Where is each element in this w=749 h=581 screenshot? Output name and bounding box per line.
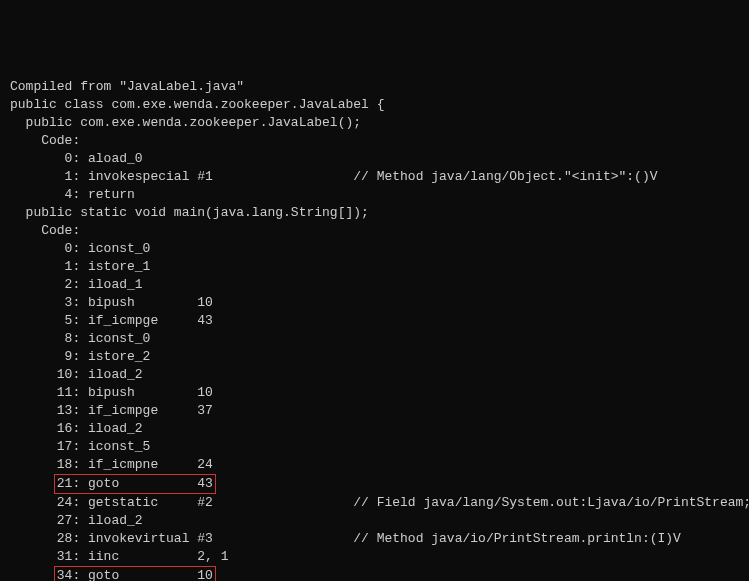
method-declaration: public static void main(java.lang.String… (10, 204, 739, 222)
instruction-line: 27: iload_2 (10, 512, 739, 530)
instruction-line: 11: bipush 10 (10, 384, 739, 402)
instruction-line: 1: istore_1 (10, 258, 739, 276)
instruction-line: 24: getstatic #2 // Field java/lang/Syst… (10, 494, 739, 512)
instruction-line: 3: bipush 10 (10, 294, 739, 312)
instruction-line: 8: iconst_0 (10, 330, 739, 348)
constructor-declaration: public com.exe.wenda.zookeeper.JavaLabel… (10, 114, 739, 132)
compiled-from: Compiled from "JavaLabel.java" (10, 78, 739, 96)
instruction-line: 2: iload_1 (10, 276, 739, 294)
bytecode-output: Compiled from "JavaLabel.java"public cla… (10, 78, 739, 581)
instruction-line: 9: istore_2 (10, 348, 739, 366)
instruction-line: 28: invokevirtual #3 // Method java/io/P… (10, 530, 739, 548)
highlighted-instruction: 34: goto 10 (54, 566, 216, 581)
instruction-line: 18: if_icmpne 24 (10, 456, 739, 474)
highlighted-instruction: 21: goto 43 (54, 474, 216, 494)
instruction-line: 16: iload_2 (10, 420, 739, 438)
class-declaration: public class com.exe.wenda.zookeeper.Jav… (10, 96, 739, 114)
instruction-line: 21: goto 43 (10, 474, 739, 494)
instruction-line: 10: iload_2 (10, 366, 739, 384)
instruction-line: 17: iconst_5 (10, 438, 739, 456)
instruction-line: 34: goto 10 (10, 566, 739, 581)
code-label: Code: (10, 132, 739, 150)
instruction-line: 0: aload_0 (10, 150, 739, 168)
instruction-line: 0: iconst_0 (10, 240, 739, 258)
code-label: Code: (10, 222, 739, 240)
instruction-line: 31: iinc 2, 1 (10, 548, 739, 566)
instruction-line: 4: return (10, 186, 739, 204)
instruction-line: 5: if_icmpge 43 (10, 312, 739, 330)
instruction-line: 13: if_icmpge 37 (10, 402, 739, 420)
instruction-line: 1: invokespecial #1 // Method java/lang/… (10, 168, 739, 186)
